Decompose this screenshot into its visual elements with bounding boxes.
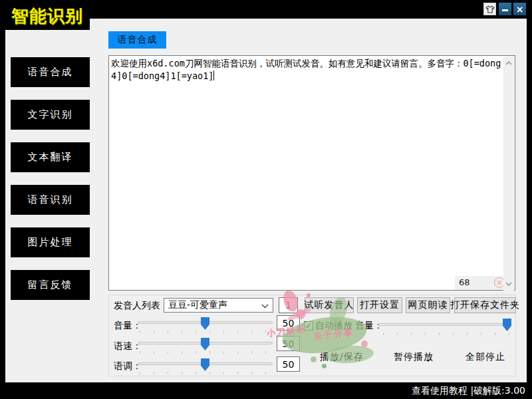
- pitch-slider-ticks: [140, 372, 273, 374]
- pitch-slider-thumb[interactable]: [201, 358, 209, 371]
- sidebar-item-image-processing[interactable]: 图片处理: [11, 227, 90, 257]
- editor-text: 欢迎使用x6d.com刀网智能语音识别，试听测试发音。如有意见和建议请留言。多音…: [111, 57, 502, 82]
- preview-voice-button[interactable]: 试听发音人: [305, 297, 354, 313]
- editor-scrollbar[interactable]: [503, 57, 514, 291]
- sidebar-item-label: 语音合成: [28, 66, 73, 78]
- pitch-value-input[interactable]: [277, 356, 300, 372]
- play-save-button[interactable]: 播放/保存: [320, 351, 364, 363]
- clear-icon: ×: [496, 279, 503, 287]
- sidebar-item-label: 文字识别: [28, 108, 73, 121]
- playback-volume-track[interactable]: [378, 323, 511, 326]
- volume-value-input[interactable]: [277, 315, 300, 331]
- app-title: 智能识别: [11, 5, 83, 28]
- scroll-up-icon[interactable]: [505, 59, 513, 67]
- tutorial-version-link[interactable]: 查看使用教程 |破解版:3.00: [412, 385, 525, 397]
- speed-slider-ticks: [140, 351, 273, 354]
- open-save-folder-button[interactable]: 打开保存文件夹: [454, 297, 516, 313]
- sidebar-item-label: 文本翻译: [28, 151, 73, 164]
- sidebar-item-speech-recognition[interactable]: 语音识别: [11, 185, 90, 215]
- sidebar-item-label: 图片处理: [28, 236, 73, 249]
- pause-playback-button[interactable]: 暂停播放: [394, 351, 434, 363]
- autoplay-checkbox[interactable]: ✓: [304, 321, 313, 331]
- text-caret: [213, 70, 214, 80]
- webpage-read-button[interactable]: 网页朗读: [406, 297, 450, 313]
- open-settings-button[interactable]: 打开设置: [357, 297, 402, 313]
- playback-volume-thumb[interactable]: [503, 319, 511, 331]
- tab-label: 语音合成: [118, 34, 158, 46]
- voice-list-label: 发音人列表：: [114, 300, 170, 312]
- autoplay-label: 自动播放: [315, 320, 352, 332]
- playback-volume-ticks: [383, 332, 513, 335]
- voice-select[interactable]: 豆豆-可爱童声: [164, 298, 273, 313]
- sidebar-item-label: 语音识别: [28, 194, 73, 206]
- speed-slider-thumb[interactable]: [201, 338, 209, 350]
- minimize-button[interactable]: [499, 3, 511, 15]
- speed-value-input[interactable]: [277, 336, 300, 351]
- skin-button[interactable]: [483, 3, 496, 15]
- minimize-icon: [502, 9, 508, 11]
- play-count-input[interactable]: [279, 297, 298, 313]
- chevron-down-icon: [261, 304, 269, 309]
- synthesis-control-panel: 发音人列表： 豆豆-可爱童声 试听发音人 打开设置 网页朗读 打开保存文件夹 音…: [108, 295, 516, 376]
- shirt-icon: [485, 5, 495, 13]
- sidebar-item-text-translation[interactable]: 文本翻译: [11, 142, 90, 172]
- sidebar-item-label: 留言反馈: [28, 279, 73, 291]
- volume-slider-ticks: [140, 331, 273, 333]
- sidebar-item-text-recognition[interactable]: 文字识别: [11, 100, 90, 130]
- volume-slider-thumb[interactable]: [201, 317, 209, 330]
- close-icon: ×: [516, 5, 524, 14]
- app-window: { "window": { "title": "智能识别", "close_gl…: [0, 0, 532, 399]
- voice-selected-value: 豆豆-可爱童声: [168, 299, 227, 311]
- check-icon: ✓: [305, 322, 312, 330]
- close-button[interactable]: ×: [513, 3, 526, 15]
- char-count: 68: [459, 277, 470, 287]
- sidebar-item-feedback[interactable]: 留言反馈: [11, 270, 90, 300]
- playback-volume-label: 音量：: [355, 320, 383, 332]
- tab-speech-synthesis[interactable]: 语音合成: [108, 31, 166, 49]
- scroll-down-icon[interactable]: [505, 280, 513, 288]
- sidebar-item-speech-synthesis[interactable]: 语音合成: [11, 57, 90, 87]
- status-bar: 查看使用教程 |破解版:3.00: [0, 382, 532, 399]
- stop-all-button[interactable]: 全部停止: [466, 351, 505, 363]
- titlebar-logo-block: 智能识别: [0, 0, 90, 30]
- text-editor[interactable]: 欢迎使用x6d.com刀网智能语音识别，试听测试发音。如有意见和建议请留言。多音…: [108, 55, 515, 291]
